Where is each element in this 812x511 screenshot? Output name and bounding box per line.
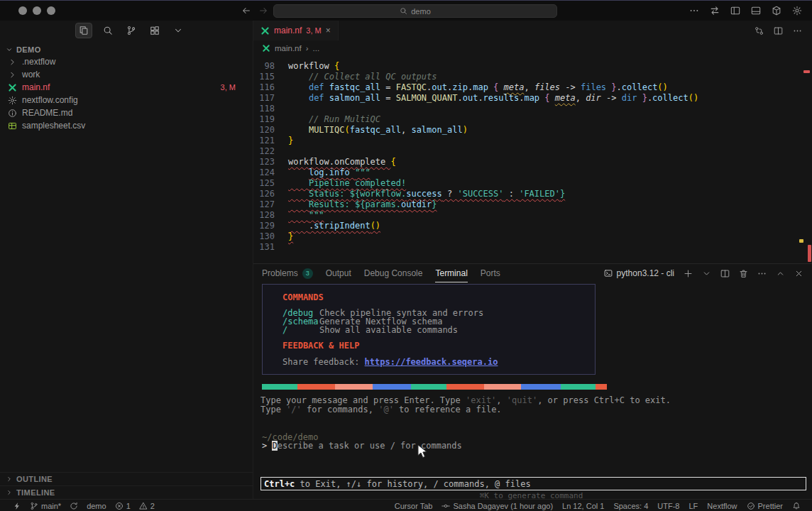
split-editor-button[interactable] <box>774 26 783 35</box>
code-editor[interactable]: 98workflow {115 // Collect all QC output… <box>253 56 812 268</box>
more-button[interactable] <box>757 269 767 278</box>
line-number: 131 <box>253 242 275 253</box>
code-line-121: 121} <box>253 136 812 146</box>
chat-prompt-input[interactable]: > Describe a task or use / for commands <box>262 441 462 451</box>
breadcrumb[interactable]: main.nf › ... <box>253 40 812 56</box>
split-editor-button[interactable] <box>720 269 730 278</box>
status-cursor-tab[interactable]: Cursor Tab <box>395 502 433 510</box>
timeline-section[interactable]: TIMELINE <box>0 485 253 499</box>
status-utf-8[interactable]: UTF-8 <box>657 502 679 510</box>
panel-tab-label: Output <box>326 268 351 278</box>
status-zap[interactable] <box>13 502 21 510</box>
terminal-session[interactable]: python3.12 - cli <box>604 268 674 278</box>
arrow-left-button[interactable] <box>241 6 251 16</box>
plus-button[interactable] <box>684 269 693 278</box>
command-center-search[interactable]: demo <box>273 4 557 18</box>
warning-icon <box>139 502 148 510</box>
line-number: 122 <box>253 146 275 157</box>
minimize-window-button[interactable] <box>33 6 41 15</box>
chevron-up-button[interactable] <box>776 269 785 278</box>
swap-button[interactable] <box>710 6 720 16</box>
status-label: Prettier <box>758 502 783 510</box>
file-label: samplesheet.csv <box>22 121 85 131</box>
text-cursor: D <box>272 441 277 451</box>
chevron-down-button[interactable] <box>170 23 186 38</box>
search-icon <box>400 7 407 15</box>
explorer-item-work[interactable]: work <box>0 68 253 81</box>
layout-sidebar-button[interactable] <box>730 6 740 16</box>
chevron-down-icon <box>6 46 13 53</box>
zoom-window-button[interactable] <box>47 6 55 15</box>
status-label: 1 <box>126 502 131 510</box>
layout-panel-button[interactable] <box>751 6 761 16</box>
panel-tab-ports[interactable]: Ports <box>481 264 500 282</box>
git-branch-button[interactable] <box>124 23 139 38</box>
code-line-98: 98workflow { <box>253 61 812 72</box>
panel-tab-debug-console[interactable]: Debug Console <box>364 264 423 282</box>
panel-tab-problems[interactable]: Problems3 <box>262 264 313 282</box>
swap-icon <box>710 6 720 16</box>
tab-main-nf[interactable]: main.nf 3, M × <box>253 21 339 40</box>
compare-changes-icon <box>755 26 764 35</box>
explorer-item-nextflow[interactable]: .nextflow <box>0 55 253 68</box>
status-ln-12-col-1[interactable]: Ln 12, Col 1 <box>562 502 604 510</box>
tab-label: main.nf <box>274 26 302 35</box>
status-lf[interactable]: LF <box>689 502 698 510</box>
status-bell[interactable] <box>792 502 801 510</box>
panel-header: Problems3OutputDebug ConsoleTerminalPort… <box>253 264 812 282</box>
files-button[interactable] <box>75 23 92 38</box>
more-button[interactable] <box>793 26 802 35</box>
panel-tab-label: Terminal <box>435 268 467 278</box>
status-sync[interactable] <box>70 502 78 510</box>
split-editor-icon <box>774 26 783 35</box>
explorer-sidebar: DEMO .nextflowworkmain.nf3, Mnextflow.co… <box>0 40 253 499</box>
sync-icon <box>70 502 78 510</box>
table-icon <box>7 121 17 131</box>
explorer-item-nextflow-config[interactable]: nextflow.config <box>0 94 253 106</box>
line-number: 115 <box>253 72 275 82</box>
extensions-button[interactable] <box>147 23 163 38</box>
command-description: Show all available commands <box>319 325 458 335</box>
explorer-item-readme-md[interactable]: README.md <box>0 106 253 119</box>
more-icon <box>689 6 699 16</box>
close-button[interactable] <box>794 269 803 278</box>
line-number: 117 <box>253 93 275 104</box>
arrow-right-button[interactable] <box>258 6 268 16</box>
panel-tab-terminal[interactable]: Terminal <box>435 264 467 282</box>
search-query: demo <box>411 7 431 16</box>
gear-button[interactable] <box>792 6 802 16</box>
explorer-item-samplesheet-csv[interactable]: samplesheet.csv <box>0 119 253 132</box>
chevron-down-button[interactable] <box>702 269 711 278</box>
close-window-button[interactable] <box>18 6 27 15</box>
line-number: 121 <box>253 136 275 146</box>
explorer-item-main-nf[interactable]: main.nf3, M <box>0 81 253 94</box>
status-main[interactable]: main* <box>30 502 61 510</box>
bell-icon <box>792 502 801 510</box>
status-spaces-4[interactable]: Spaces: 4 <box>613 502 648 510</box>
feedback-link[interactable]: https://feedback.seqera.io <box>365 357 498 367</box>
chevron-right-icon <box>7 57 17 67</box>
nextflow-icon <box>7 83 17 92</box>
keybinding-help-bar: Ctrl+c to Exit, ↑/↓ for history, / comma… <box>260 477 806 490</box>
status-nextflow[interactable]: Nextflow <box>707 502 737 510</box>
outline-section[interactable]: OUTLINE <box>0 472 253 485</box>
status-2[interactable]: 2 <box>139 502 155 510</box>
status-sasha-dagayev-1-hour-ago[interactable]: Sasha Dagayev (1 hour ago) <box>441 502 553 510</box>
overview-ruler-error-bar <box>808 245 811 262</box>
trash-button[interactable] <box>739 269 748 278</box>
more-button[interactable] <box>689 6 699 16</box>
panel-tab-output[interactable]: Output <box>326 264 351 282</box>
compare-changes-button[interactable] <box>755 26 764 35</box>
more-icon <box>757 269 767 278</box>
cube-button[interactable] <box>772 6 781 16</box>
code-line-128: 128 """ <box>253 210 812 221</box>
file-label: nextflow.config <box>22 95 78 105</box>
status-demo[interactable]: demo <box>87 502 106 510</box>
explorer-section-header[interactable]: DEMO <box>0 44 253 55</box>
search-button[interactable] <box>100 23 116 38</box>
status-1[interactable]: 1 <box>115 502 131 510</box>
terminal-view[interactable]: COMMANDS /debugCheck pipeline syntax and… <box>253 282 812 499</box>
tab-close-button[interactable]: × <box>326 26 331 35</box>
status-prettier[interactable]: Prettier <box>747 502 783 510</box>
status-label: Sasha Dagayev (1 hour ago) <box>453 502 553 510</box>
